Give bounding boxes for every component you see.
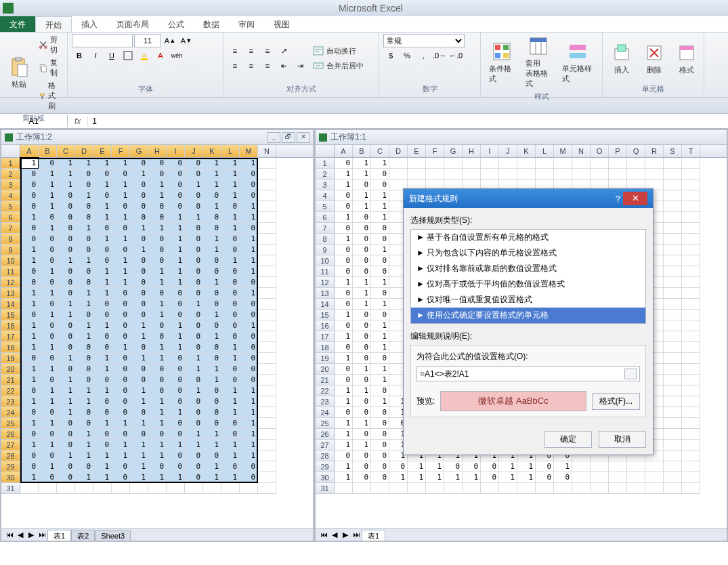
cell[interactable]: 0 — [57, 364, 75, 375]
cell[interactable] — [682, 429, 700, 440]
cell[interactable]: 0 — [353, 407, 371, 418]
cell[interactable]: 1 — [240, 396, 258, 407]
cell[interactable]: 1 — [20, 245, 39, 255]
cell[interactable]: 1 — [93, 266, 112, 277]
cell[interactable]: 1 — [167, 342, 185, 353]
cell[interactable] — [609, 158, 627, 169]
cell[interactable]: 0 — [57, 201, 75, 212]
cell[interactable]: 1 — [39, 169, 57, 180]
cell[interactable] — [682, 342, 700, 353]
cell[interactable]: 1 — [57, 385, 75, 396]
cell[interactable] — [664, 407, 682, 418]
cell[interactable] — [408, 158, 426, 169]
col-header[interactable]: F — [112, 145, 130, 157]
cell[interactable]: 0 — [221, 234, 240, 245]
comma-button[interactable]: , — [416, 49, 431, 62]
wrap-text-button[interactable]: 自动换行 — [310, 44, 366, 58]
cell[interactable]: 0 — [20, 234, 39, 245]
cell[interactable]: 1 — [203, 234, 221, 245]
cell[interactable] — [664, 472, 682, 483]
cell[interactable]: 1 — [203, 429, 221, 440]
cell[interactable]: 0 — [221, 310, 240, 320]
cell[interactable] — [572, 472, 591, 483]
cell[interactable]: 1 — [517, 461, 536, 472]
cell[interactable]: 0 — [185, 277, 203, 288]
cell[interactable] — [682, 266, 700, 277]
cell[interactable] — [682, 277, 700, 288]
cell[interactable]: 0 — [240, 342, 258, 353]
cell[interactable]: 1 — [148, 180, 167, 190]
cell[interactable]: 1 — [20, 472, 39, 483]
cell[interactable] — [258, 277, 276, 288]
cell[interactable]: 1 — [20, 375, 39, 385]
cell[interactable]: 1 — [203, 158, 221, 169]
cell[interactable]: 1 — [20, 158, 39, 169]
cell[interactable]: 0 — [75, 418, 93, 429]
cell[interactable]: 0 — [371, 223, 389, 234]
cell[interactable]: 0 — [20, 353, 39, 364]
cell[interactable] — [682, 223, 700, 234]
align-left-button[interactable]: ≡ — [228, 59, 242, 72]
cell[interactable]: 1 — [335, 461, 353, 472]
cell[interactable]: 0 — [112, 364, 130, 375]
cell[interactable]: 1 — [221, 407, 240, 418]
cell[interactable] — [682, 396, 700, 407]
cell[interactable]: 0 — [39, 451, 57, 461]
cell[interactable]: 0 — [240, 180, 258, 190]
cell[interactable]: 1 — [39, 288, 57, 299]
cell[interactable]: 1 — [148, 418, 167, 429]
cell[interactable]: 0 — [240, 169, 258, 180]
cell[interactable] — [481, 158, 499, 169]
cell[interactable] — [664, 288, 682, 299]
cell[interactable]: 1 — [148, 472, 167, 483]
row-header[interactable]: 10 — [1, 255, 20, 266]
cell[interactable] — [664, 158, 682, 169]
cell[interactable]: 0 — [185, 201, 203, 212]
cell[interactable]: 0 — [112, 245, 130, 255]
cell[interactable]: 1 — [130, 440, 148, 451]
cell[interactable]: 0 — [167, 385, 185, 396]
cell[interactable]: 1 — [148, 277, 167, 288]
cell[interactable]: 1 — [130, 461, 148, 472]
cell[interactable]: 0 — [39, 158, 57, 169]
col-header[interactable]: I — [481, 145, 499, 157]
cell[interactable]: 0 — [185, 451, 203, 461]
cell[interactable]: 1 — [167, 266, 185, 277]
cell[interactable]: 0 — [353, 212, 371, 223]
cell[interactable]: 0 — [371, 407, 389, 418]
minimize-button[interactable]: _ — [267, 132, 280, 143]
cell[interactable] — [627, 472, 645, 483]
cell[interactable]: 1 — [335, 396, 353, 407]
cell[interactable] — [682, 364, 700, 375]
cell[interactable]: 1 — [203, 331, 221, 342]
formula-input[interactable]: 1 — [88, 117, 728, 126]
cell[interactable]: 0 — [353, 234, 371, 245]
cell[interactable]: 0 — [112, 169, 130, 180]
cell[interactable]: 1 — [240, 288, 258, 299]
row-header[interactable]: 12 — [316, 277, 335, 288]
orientation-button[interactable]: ↗ — [276, 44, 291, 58]
cell[interactable]: 1 — [93, 288, 112, 299]
align-right-button[interactable]: ≡ — [260, 59, 275, 72]
cell[interactable] — [664, 461, 682, 472]
cell[interactable]: 0 — [335, 158, 353, 169]
cell[interactable] — [499, 158, 517, 169]
cell[interactable] — [258, 472, 276, 483]
cell[interactable] — [481, 169, 499, 180]
cell[interactable]: 0 — [353, 353, 371, 364]
cell[interactable] — [258, 245, 276, 255]
row-header[interactable]: 29 — [1, 461, 20, 472]
row-header[interactable]: 21 — [316, 375, 335, 385]
cell[interactable] — [258, 190, 276, 201]
cell[interactable]: 0 — [203, 407, 221, 418]
cell-styles-button[interactable]: 单元格样式 — [558, 39, 598, 85]
cell[interactable]: 0 — [130, 429, 148, 440]
row-header[interactable]: 13 — [316, 288, 335, 299]
cell[interactable] — [444, 169, 463, 180]
col-header[interactable]: H — [463, 145, 481, 157]
cell[interactable]: 0 — [371, 418, 389, 429]
cell[interactable]: 0 — [335, 375, 353, 385]
cell[interactable]: 0 — [167, 158, 185, 169]
cell[interactable]: 0 — [75, 212, 93, 223]
cell[interactable]: 1 — [148, 451, 167, 461]
